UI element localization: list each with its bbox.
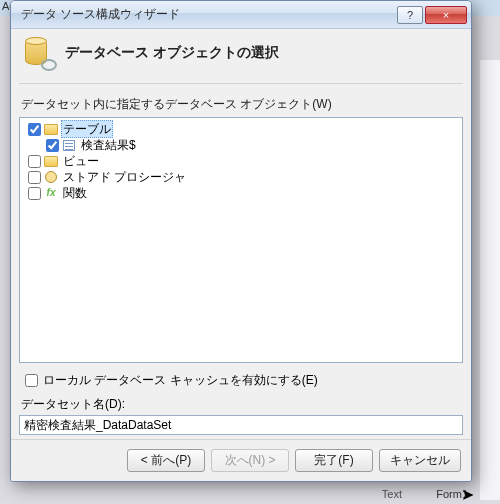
tree-node-sprocs[interactable]: ストアド プロシージャ <box>22 169 460 185</box>
views-label[interactable]: ビュー <box>61 153 101 169</box>
gear-icon <box>44 171 58 183</box>
tree-node-tables[interactable]: テーブル <box>22 121 460 137</box>
sprocs-checkbox[interactable] <box>28 171 41 184</box>
function-icon: fx <box>44 187 58 199</box>
window-title: データ ソース構成ウィザード <box>21 6 395 23</box>
views-checkbox[interactable] <box>28 155 41 168</box>
close-button[interactable]: × <box>425 6 467 24</box>
database-icon <box>23 37 55 69</box>
sheet-checkbox[interactable] <box>46 139 59 152</box>
funcs-checkbox[interactable] <box>28 187 41 200</box>
wizard-button-bar: < 前へ(P) 次へ(N) > 完了(F) キャンセル <box>11 439 471 481</box>
local-cache-label: ローカル データベース キャッシュを有効にする(E) <box>43 372 318 389</box>
sprocs-label[interactable]: ストアド プロシージャ <box>61 169 188 185</box>
db-objects-tree[interactable]: テーブル 検査結果$ ビュー ストアド プロシージャ fx 関数 <box>19 117 463 363</box>
back-button[interactable]: < 前へ(P) <box>127 449 205 472</box>
table-icon <box>62 139 76 151</box>
dataset-name-input[interactable] <box>19 415 463 435</box>
page-title: データベース オブジェクトの選択 <box>65 44 279 62</box>
wizard-dialog: データ ソース構成ウィザード ? × データベース オブジェクトの選択 データセ… <box>10 0 472 482</box>
tree-node-funcs[interactable]: fx 関数 <box>22 185 460 201</box>
local-cache-checkbox[interactable] <box>25 374 38 387</box>
cancel-button[interactable]: キャンセル <box>379 449 461 472</box>
tree-prompt-label: データセット内に指定するデータベース オブジェクト(W) <box>21 96 461 113</box>
tree-node-views[interactable]: ビュー <box>22 153 460 169</box>
help-button[interactable]: ? <box>397 6 423 24</box>
ide-prop-value: Form1 <box>436 488 468 500</box>
finish-button[interactable]: 完了(F) <box>295 449 373 472</box>
titlebar: データ ソース構成ウィザード ? × <box>11 1 471 29</box>
funcs-label[interactable]: 関数 <box>61 185 89 201</box>
dataset-name-label: データセット名(D): <box>21 396 461 413</box>
ide-prop-label: Text <box>382 488 402 500</box>
sheet-label[interactable]: 検査結果$ <box>79 137 138 153</box>
folder-icon <box>44 155 58 167</box>
tree-node-sheet[interactable]: 検査結果$ <box>22 137 460 153</box>
folder-icon <box>44 123 58 135</box>
tables-label[interactable]: テーブル <box>61 120 113 138</box>
next-button: 次へ(N) > <box>211 449 289 472</box>
tables-checkbox[interactable] <box>28 123 41 136</box>
